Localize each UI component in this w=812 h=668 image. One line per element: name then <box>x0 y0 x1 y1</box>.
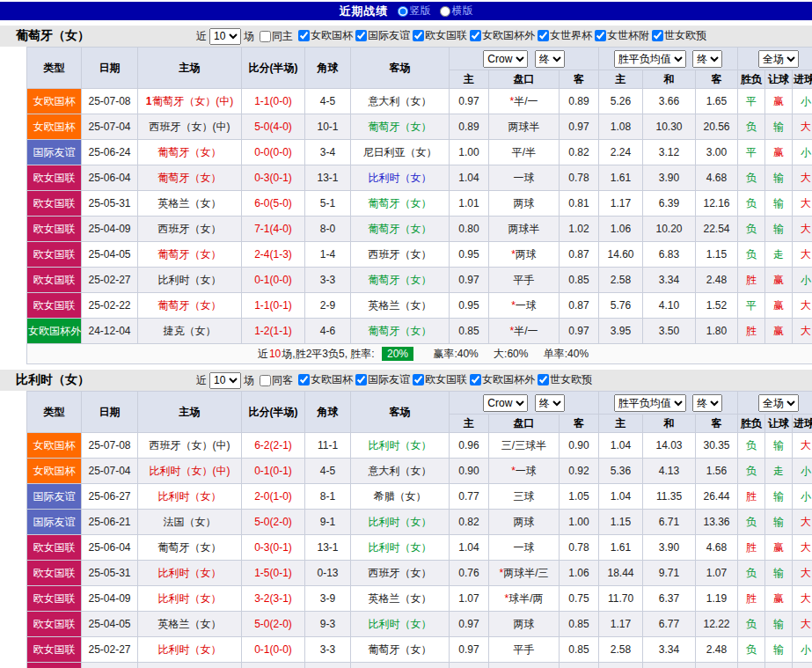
league-checkbox[interactable] <box>470 30 481 41</box>
away-team-link[interactable]: 比利时（女） <box>369 516 432 528</box>
layout-option-vertical[interactable]: 竖版 <box>398 4 431 18</box>
home-team-link[interactable]: 法国（女） <box>164 516 216 528</box>
away-team-link[interactable]: 葡萄牙（女） <box>369 121 432 133</box>
away-team-link[interactable]: 意大利（女） <box>369 95 432 107</box>
col-odds-home: 主 <box>450 415 489 433</box>
away-team-link[interactable]: 英格兰（女） <box>369 299 432 312</box>
league-filter[interactable]: 女欧国杯 <box>298 28 353 43</box>
home-team-link[interactable]: 比利时（女） <box>158 567 222 579</box>
home-team-link[interactable]: 葡萄牙（女） <box>158 248 222 261</box>
result-goals: 大 <box>793 663 812 668</box>
league-filter[interactable]: 女世界杯 <box>538 28 592 43</box>
away-team-link[interactable]: 葡萄牙（女） <box>369 643 432 656</box>
away-team-cell: 葡萄牙（女） <box>351 114 450 140</box>
away-team-cell: 葡萄牙（女） <box>351 319 450 344</box>
layout-option-horizontal[interactable]: 横版 <box>440 4 473 18</box>
league-filter[interactable]: 欧女国联 <box>413 28 467 43</box>
league-filter[interactable]: 世女欧预 <box>538 372 592 387</box>
home-team-link[interactable]: 西班牙（女）(中) <box>150 121 230 133</box>
corner-count: 19-2 <box>305 663 351 668</box>
same-venue-checkbox[interactable] <box>260 375 271 386</box>
odds-source-select[interactable]: Crow <box>483 394 528 412</box>
match-count-select[interactable]: 10 <box>209 372 241 389</box>
league-filter[interactable]: 世女欧预 <box>652 28 706 43</box>
league-checkbox[interactable] <box>355 374 367 385</box>
match-type-badge: 国际友谊 <box>27 484 82 510</box>
away-team-link[interactable]: 葡萄牙（女） <box>369 325 432 337</box>
away-team-link[interactable]: 西班牙（女） <box>369 567 432 579</box>
league-checkbox[interactable] <box>652 30 663 41</box>
away-team-link[interactable]: 希腊（女） <box>374 490 427 503</box>
league-filter[interactable]: 国际友谊 <box>355 28 410 43</box>
home-team-link[interactable]: 西班牙（女）(中) <box>150 439 230 451</box>
avg-odds-select[interactable]: 胜平负均值 <box>614 50 686 68</box>
away-team-link[interactable]: 西班牙（女） <box>369 248 432 261</box>
same-venue-filter[interactable]: 同主 <box>260 29 293 44</box>
home-team-link[interactable]: 比利时（女）(中) <box>150 465 230 477</box>
result-goals: 大 <box>793 165 812 191</box>
home-team-link[interactable]: 葡萄牙（女）(中) <box>152 95 233 107</box>
home-team-link[interactable]: 比利时（女） <box>158 592 222 605</box>
league-checkbox[interactable] <box>298 30 310 41</box>
match-count-select[interactable]: 10 <box>209 28 241 45</box>
away-team-link[interactable]: 尼日利亚（女） <box>363 146 437 158</box>
league-checkbox[interactable] <box>538 30 549 41</box>
league-checkbox[interactable] <box>470 374 481 385</box>
away-team-link[interactable]: 比利时（女） <box>369 439 432 451</box>
handicap-text: 一球 <box>516 465 537 477</box>
league-filter[interactable]: 女欧国杯外 <box>470 372 535 387</box>
handicap-line: *一球 <box>489 293 560 319</box>
avg-odds-select[interactable]: 胜平负均值 <box>614 394 686 412</box>
league-filter[interactable]: 国际友谊 <box>355 372 410 387</box>
away-team-link[interactable]: 意大利（女） <box>369 465 432 477</box>
same-venue-filter[interactable]: 同客 <box>260 373 293 388</box>
league-checkbox[interactable] <box>413 374 424 385</box>
match-score: 7-1(4-0) <box>242 217 305 242</box>
avg-final-select[interactable]: 终 <box>692 394 722 412</box>
league-checkbox[interactable] <box>595 30 606 41</box>
handicap-text: 两球半/三 <box>503 567 548 579</box>
away-team-link[interactable]: 比利时（女） <box>369 172 432 184</box>
odd-rate: 单率:40% <box>544 348 589 360</box>
odds-final-select[interactable]: 终 <box>535 50 565 68</box>
home-team-link[interactable]: 西班牙（女） <box>158 223 222 235</box>
home-team-link[interactable]: 英格兰（女） <box>158 197 222 209</box>
scope-select[interactable]: 全场 <box>758 50 799 68</box>
league-filter[interactable]: 女欧国杯外 <box>470 28 535 43</box>
away-team-link[interactable]: 比利时（女） <box>369 618 432 630</box>
away-team-link[interactable]: 比利时（女） <box>369 541 432 554</box>
result-handicap: 赢 <box>765 293 793 319</box>
odds-final-select[interactable]: 终 <box>535 394 565 412</box>
avg-home-odds: 14.60 <box>599 242 643 268</box>
league-checkbox[interactable] <box>355 30 367 41</box>
avg-final-select[interactable]: 终 <box>692 50 722 68</box>
vertical-layout-radio[interactable] <box>398 6 408 17</box>
horizontal-layout-radio[interactable] <box>440 6 450 17</box>
home-team-link[interactable]: 葡萄牙（女） <box>158 146 222 158</box>
avg-home-odds: 18.44 <box>599 561 643 586</box>
league-checkbox[interactable] <box>413 30 424 41</box>
home-team-link[interactable]: 比利时（女） <box>158 643 222 656</box>
home-team-link[interactable]: 比利时（女） <box>158 274 222 286</box>
home-team-link[interactable]: 比利时（女） <box>158 490 222 503</box>
avg-home-odds: 1.61 <box>599 165 643 191</box>
league-filter[interactable]: 女欧国杯 <box>298 372 353 387</box>
away-team-link[interactable]: 英格兰（女） <box>369 592 432 605</box>
away-team-link[interactable]: 葡萄牙（女） <box>369 197 432 209</box>
away-team-cell: 比利时（女） <box>351 510 450 535</box>
home-team-link[interactable]: 葡萄牙（女） <box>158 172 222 184</box>
league-checkbox[interactable] <box>298 374 310 385</box>
same-venue-checkbox[interactable] <box>260 31 271 42</box>
league-filter[interactable]: 女世杯附 <box>595 28 649 43</box>
home-team-link[interactable]: 英格兰（女） <box>158 618 222 630</box>
home-team-link[interactable]: 葡萄牙（女） <box>158 541 222 554</box>
home-team-link[interactable]: 葡萄牙（女） <box>158 299 222 312</box>
league-filter[interactable]: 欧女国联 <box>413 372 467 387</box>
home-team-link[interactable]: 捷克（女） <box>164 325 216 337</box>
away-team-link[interactable]: 葡萄牙（女） <box>369 274 432 286</box>
away-team-link[interactable]: 葡萄牙（女） <box>369 223 432 235</box>
odds-source-select[interactable]: Crow <box>483 50 528 68</box>
scope-select[interactable]: 全场 <box>758 394 799 412</box>
league-checkbox[interactable] <box>538 374 549 385</box>
corner-count: 1-4 <box>305 242 351 268</box>
